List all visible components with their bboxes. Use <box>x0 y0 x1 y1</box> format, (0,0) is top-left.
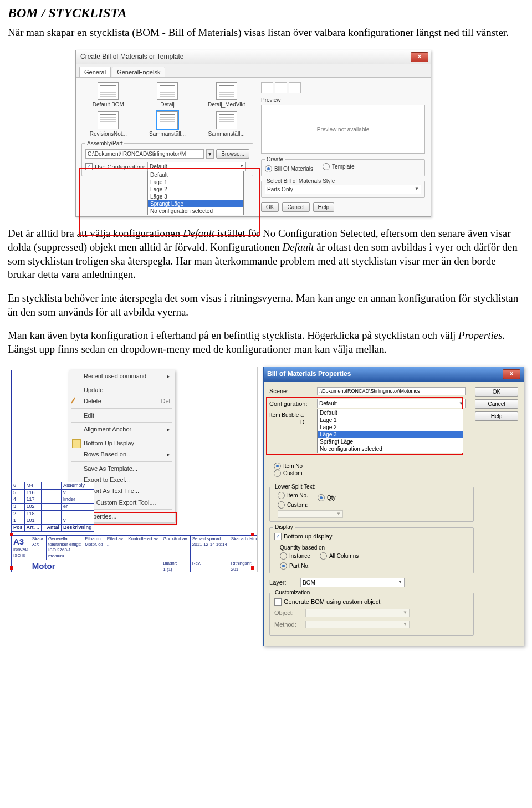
object-combo: ▼ <box>305 609 410 617</box>
para4: Man kan även byta konfiguration i efterh… <box>8 329 524 356</box>
template-grid: Default BOM Detalj Detalj_MedVikt Revisi… <box>81 82 253 138</box>
view-mode-large-icon[interactable] <box>261 82 273 93</box>
bottom-up-checkbox[interactable]: ✓ <box>274 533 282 540</box>
template-item[interactable]: Sammanställ... <box>200 111 253 138</box>
dropdown-arrow-icon[interactable]: ▾ <box>206 149 214 159</box>
chevron-down-icon: ▼ <box>239 164 244 169</box>
assembly-path-input[interactable]: C:\Dokument\IRONCAD\Stirlingmotor\M <box>85 149 204 159</box>
layer-combo[interactable]: BOM ▼ <box>300 578 405 587</box>
table-row: 2118 <box>12 510 94 517</box>
preview-caption: Preview <box>261 96 425 104</box>
use-configuration-label: Use Configuration: <box>95 163 145 171</box>
dropdown-option[interactable]: No configuration selected <box>148 207 243 215</box>
chevron-down-icon: ▼ <box>415 186 419 192</box>
menu-alignment-anchor[interactable]: Alignment Anchor▸ <box>69 424 175 435</box>
menu-update[interactable]: Update <box>69 384 175 395</box>
scene-label: Scene: <box>269 387 314 395</box>
radio-item-no[interactable]: Item No <box>274 463 303 470</box>
dropdown-option[interactable]: Läge 3 <box>318 431 463 438</box>
method-combo: ▼ <box>305 621 410 628</box>
object-label: Object: <box>274 609 302 617</box>
dropdown-option[interactable]: Läge 2 <box>148 186 243 193</box>
dropdown-option[interactable]: Läge 1 <box>148 179 243 186</box>
bom-style-combo[interactable]: Parts Only ▼ <box>265 185 421 194</box>
table-row: 5116v <box>12 489 94 496</box>
table-row: 3102er <box>12 503 94 510</box>
lower-custom-combo: ▼ <box>278 510 343 518</box>
help-button[interactable]: Help <box>313 202 335 212</box>
layer-label: Layer: <box>269 578 297 586</box>
close-icon[interactable]: × <box>503 369 520 379</box>
menu-edit[interactable]: Edit <box>69 410 175 421</box>
table-row: 1101v <box>12 517 94 525</box>
bom-properties-dialog: Bill of Materials Properties × OK Cancel… <box>263 367 524 646</box>
radio-bill-of-materials[interactable]: Bill Of Materials <box>265 165 313 172</box>
dropdown-option[interactable]: Läge 3 <box>148 193 243 200</box>
ok-button[interactable]: OK <box>475 387 518 397</box>
method-label: Method: <box>274 621 302 628</box>
template-item[interactable]: Sammanställ... <box>141 111 195 138</box>
group-caption: Assembly/Part <box>85 140 124 147</box>
radio-template[interactable]: Template <box>323 163 355 170</box>
browse-button[interactable]: Browse... <box>216 149 249 159</box>
menu-delete[interactable]: DeleteDel <box>69 395 175 406</box>
chevron-down-icon: ▼ <box>398 580 402 585</box>
use-configuration-checkbox[interactable]: ✓ <box>85 163 93 170</box>
figure-row: Recent used command▸ Update DeleteDel Ed… <box>8 367 524 646</box>
para2: Det är alltid bra att välja konfiguratio… <box>8 227 524 282</box>
dropdown-option[interactable]: Läge 2 <box>318 424 463 431</box>
radio-lower-qty[interactable]: Qty <box>318 494 336 501</box>
template-item[interactable]: Detalj_MedVikt <box>200 82 253 108</box>
radio-instance[interactable]: Instance <box>280 552 310 560</box>
tab-general[interactable]: General <box>79 67 111 77</box>
menu-bottom-up[interactable]: Bottom Up Display <box>69 438 175 449</box>
quantity-based-label: Quantity based on <box>280 544 469 551</box>
template-item[interactable]: Detalj <box>141 82 195 108</box>
table-row: 4117linder <box>12 496 94 504</box>
create-bom-dialog: Create Bill of Materials or Template × G… <box>75 50 431 217</box>
selection-handle-icon <box>251 533 254 536</box>
help-button[interactable]: Help <box>475 411 518 421</box>
title-block: A3IronCADISO E Skala: X:X Generella tole… <box>11 535 253 568</box>
radio-part-no[interactable]: Part No. <box>280 562 310 570</box>
preview-area: Preview not available <box>261 105 425 154</box>
group-caption: Customization <box>273 589 311 596</box>
view-mode-list-icon[interactable] <box>275 82 287 93</box>
configuration-dropdown[interactable]: Default Läge 1 Läge 2 Läge 3 Sprängt Läg… <box>147 171 244 215</box>
bom-table: 6M4Assembly 5116v 4117linder 3102er 2118… <box>11 482 94 532</box>
dropdown-option[interactable]: Default <box>318 409 463 416</box>
close-icon[interactable]: × <box>411 52 428 62</box>
dropdown-option[interactable]: No configuration selected <box>318 445 463 453</box>
intro-paragraph: När man skapar en stycklista (BOM - Bill… <box>8 26 524 40</box>
dropdown-option[interactable]: Läge 1 <box>318 416 463 424</box>
radio-lower-custom[interactable]: Custom: <box>278 501 308 509</box>
template-item[interactable]: RevisionsNot... <box>81 111 135 138</box>
dropdown-option[interactable]: Sprängt Läge <box>318 438 463 445</box>
group-caption: Select Bill of Materials Style <box>265 177 336 185</box>
menu-rows-based[interactable]: Rows Based on..▸ <box>69 449 175 460</box>
assembly-part-group: Assembly/Part C:\Dokument\IRONCAD\Stirli… <box>81 143 253 176</box>
selection-handle-icon <box>251 566 254 570</box>
template-item[interactable]: Default BOM <box>81 82 135 108</box>
scene-input[interactable]: .\Dokument\IRONCAD\Stirlingmotor\Motor.i… <box>317 387 466 396</box>
dialog-title: Create Bill of Materials or Template <box>80 53 184 62</box>
heading: BOM / STYCKLISTA <box>8 4 524 22</box>
configuration-combo[interactable]: Default ▼ Default Läge 1 Läge 2 Läge 3 S… <box>147 162 246 171</box>
table-row: 6M4Assembly <box>12 482 94 489</box>
cancel-button[interactable]: Cancel <box>282 202 309 212</box>
ok-button[interactable]: OK <box>261 202 279 212</box>
para3: En stycklista behöver inte återspegla de… <box>8 292 524 319</box>
radio-custom[interactable]: Custom <box>274 470 302 477</box>
menu-recent[interactable]: Recent used command▸ <box>69 370 175 382</box>
radio-lower-item-no[interactable]: Item No. <box>278 492 308 499</box>
selection-handle-icon <box>10 566 13 570</box>
group-caption: Create <box>265 156 285 163</box>
menu-save-template[interactable]: Save As Template... <box>69 463 175 474</box>
dropdown-option[interactable]: Sprängt Läge <box>148 200 243 207</box>
view-mode-detail-icon[interactable] <box>289 82 301 93</box>
table-header: PosArt. ..AntalBeskrivning <box>12 524 94 531</box>
tab-general-english[interactable]: GeneralEngelsk <box>112 67 165 77</box>
dropdown-option[interactable]: Default <box>148 171 243 179</box>
generate-custom-checkbox[interactable] <box>274 598 282 606</box>
radio-all-columns[interactable]: All Columns <box>320 552 359 560</box>
